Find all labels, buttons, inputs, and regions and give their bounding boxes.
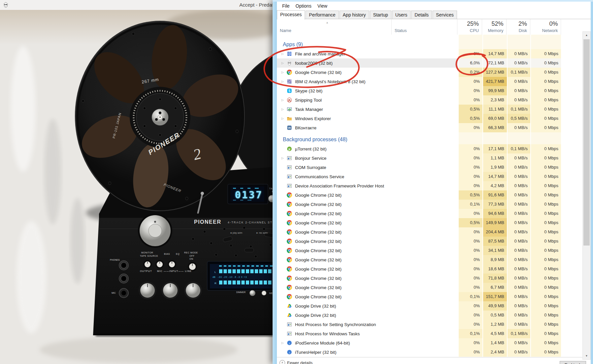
end-task-button[interactable]: End task (560, 361, 586, 364)
process-row-foobar2000-32-bit[interactable]: ▷foobar2000 (32 bit)6,0%72,1 MB0 MB/s0 M… (277, 58, 582, 68)
column-header-disk[interactable]: 2% Disk (507, 19, 530, 35)
drive-icon (287, 303, 293, 309)
process-row-skype-32-bit[interactable]: SSkype (32 bit)0%99,9 MB0 MB/s0 Mbps (277, 86, 582, 95)
cell-net: 0 Mbps (530, 144, 561, 153)
process-row-windows-explorer[interactable]: ▷Windows Explorer0,5%69,0 MB0,5 MB/s0 Mb… (277, 114, 582, 123)
cell-mem: 69,0 MB (482, 114, 507, 123)
process-row-file-and-archive-manager[interactable]: ▷File and archive manager0%14,7 MB0 MB/s… (277, 49, 582, 58)
scroll-down-icon[interactable]: ▼ (583, 352, 590, 359)
row-right-padding (561, 274, 582, 283)
expander-icon[interactable]: ▷ (277, 341, 287, 345)
row-right-padding (561, 338, 582, 347)
menu-item-options[interactable]: Options (293, 2, 314, 10)
chrome-icon (287, 229, 293, 235)
photo-viewer-titlebar[interactable]: Accept - Predato (0, 0, 279, 10)
cell-net: 0 Mbps (530, 86, 561, 95)
process-row-google-chrome-32-bit[interactable]: Google Chrome (32 bit)0%94,6 MB0 MB/s0 M… (277, 209, 582, 218)
process-row-task-manager[interactable]: ▷Task Manager0,5%11,1 MB0,1 MB/s0 Mbps (277, 105, 582, 114)
scroll-up-icon[interactable]: ▲ (583, 32, 590, 39)
process-row-ipodservice-module-64-bit[interactable]: ▷♪iPodService Module (64-bit)0%1,4 MB0 M… (277, 338, 582, 347)
svg-text:S: S (288, 89, 291, 93)
process-row-google-chrome-32-bit[interactable]: Google Chrome (32 bit)0%204,4 MB0 MB/s0 … (277, 227, 582, 237)
fewer-details-toggle[interactable]: ∧ Fewer details (280, 360, 313, 364)
expander-icon[interactable]: ▷ (277, 108, 287, 111)
task-manager-window: FileOptionsView ProcessesPerformanceApp … (273, 0, 593, 364)
expander-icon[interactable]: ▷ (277, 52, 287, 55)
process-row-com-surrogate[interactable]: COM Surrogate0%1,9 MB0 MB/s0 Mbps (277, 163, 582, 172)
expander-icon[interactable]: ▷ (277, 61, 287, 65)
input-line-label: MIC ——INPUT—— LINE (157, 270, 192, 273)
expander-icon[interactable]: ▷ (277, 71, 287, 74)
sort-arrow-icon: ▴ (326, 20, 328, 24)
process-row-google-chrome-32-bit[interactable]: Google Chrome (32 bit)0%6,7 MB0 MB/s0 Mb… (277, 283, 582, 292)
process-row-google-chrome-32-bit[interactable]: Google Chrome (32 bit)0,5%91,6 MB0 MB/s0… (277, 190, 582, 200)
row-right-padding (561, 255, 582, 264)
chevron-up-circle-icon: ∧ (280, 360, 285, 364)
menu-item-view[interactable]: View (314, 2, 330, 10)
scrollbar-thumb[interactable] (583, 39, 590, 246)
cell-status (392, 227, 458, 237)
group-header-background-processes-48[interactable]: Background processes (48) (277, 134, 582, 144)
process-row-google-chrome-32-bit[interactable]: Google Chrome (32 bit)0,1%77,3 MB0 MB/s0… (277, 200, 582, 209)
column-header-memory[interactable]: 52% Memory (482, 19, 507, 35)
process-row-communications-service[interactable]: Communications Service0%14,7 MB0 MB/s0 M… (277, 172, 582, 181)
menu-item-file[interactable]: File (279, 2, 293, 10)
process-row-ibm-i2-analyst-s-notebook-8-32-bit[interactable]: ▷IBM i2 Analyst's Notebook 8 (32 bit)0%4… (277, 77, 582, 86)
expander-icon[interactable]: ▷ (277, 98, 287, 102)
scrollbar[interactable]: ▲ ▼ (582, 31, 591, 360)
process-row-google-chrome-32-bit[interactable]: Google Chrome (32 bit)0%18,6 MB0 MB/s0 M… (277, 264, 582, 274)
process-row-google-chrome-32-bit[interactable]: Google Chrome (32 bit)0%34,1 MB0 MB/s0 M… (277, 246, 582, 255)
column-header-network[interactable]: 0% Network (530, 19, 561, 35)
process-row-google-chrome-32-bit[interactable]: Google Chrome (32 bit)0,1%151,7 MB0 MB/s… (277, 292, 582, 301)
chrome-icon (287, 70, 293, 75)
process-row-google-chrome-32-bit[interactable]: Google Chrome (32 bit)0,5%149,9 MB0 MB/s… (277, 218, 582, 227)
process-row-bonjour-service[interactable]: ▷Bonjour Service0%1,1 MB0 MB/s0 Mbps (277, 153, 582, 163)
tab-details[interactable]: Details (411, 11, 432, 19)
cell-net: 0 Mbps (530, 190, 561, 200)
tab-startup[interactable]: Startup (370, 11, 391, 19)
process-row-google-chrome-32-bit[interactable]: Google Chrome (32 bit)0%87,5 MB0 MB/s0 M… (277, 237, 582, 246)
tab-app-history[interactable]: App history (340, 11, 369, 19)
process-name: Snipping Tool (295, 98, 322, 103)
chrome-icon (287, 192, 293, 198)
process-row-google-drive-32-bit[interactable]: Google Drive (32 bit)0%49,9 MB0 MB/s0 Mb… (277, 301, 582, 311)
process-row-host-process-for-windows-tasks[interactable]: Host Process for Windows Tasks0,1%4,5 MB… (277, 329, 582, 338)
cell-status (392, 283, 458, 292)
expander-icon[interactable]: ▷ (277, 80, 287, 83)
process-name: Google Chrome (32 bit) (295, 267, 342, 272)
process-row-torrent-32-bit[interactable]: µµTorrent (32 bit)0%17,1 MB0,1 MB/s0 Mbp… (277, 144, 582, 153)
process-row-device-association-framework-provider-host[interactable]: Device Association Framework Provider Ho… (277, 181, 582, 190)
row-right-padding (561, 49, 582, 58)
group-header-apps-9[interactable]: Apps (9) (277, 39, 582, 49)
process-row-host-process-for-setting-synchronization[interactable]: Host Process for Setting Synchronization… (277, 320, 582, 329)
column-header-name[interactable]: ▴ Name (277, 19, 392, 35)
cell-disk: 0 MB/s (507, 246, 530, 255)
cell-cpu: 0,1% (458, 200, 482, 209)
column-header-cpu[interactable]: 25% CPU (457, 19, 482, 35)
process-row-google-drive-32-bit[interactable]: Google Drive (32 bit)0%0,5 MB0 MB/s0 Mbp… (277, 311, 582, 320)
chrome-icon (287, 257, 293, 262)
process-row-[interactable]: VKВКонтакте0%66,3 MB0 MB/s0 Mbps (277, 123, 582, 132)
tab-processes[interactable]: Processes (277, 10, 305, 19)
cell-net: 0 Mbps (530, 114, 561, 123)
process-row-google-chrome-32-bit[interactable]: Google Chrome (32 bit)0%71,8 MB0 MB/s0 M… (277, 274, 582, 283)
column-header-status[interactable]: Status (392, 19, 458, 35)
cell-disk: 0 MB/s (507, 86, 530, 95)
tab-services[interactable]: Services (433, 11, 457, 19)
expander-icon[interactable]: ▷ (277, 117, 287, 120)
cell-cpu: 0% (458, 264, 482, 274)
process-row-google-chrome-32-bit[interactable]: Google Chrome (32 bit)0%8,9 MB0 MB/s0 Mb… (277, 255, 582, 264)
process-name: Google Chrome (32 bit) (295, 211, 342, 216)
tab-performance[interactable]: Performance (306, 11, 339, 19)
cell-status (392, 153, 458, 163)
expander-icon[interactable]: ▷ (277, 156, 287, 160)
process-row-google-chrome-32-bit[interactable]: ▷Google Chrome (32 bit)0,2%127,2 MB0,1 M… (277, 68, 582, 77)
process-name: Bonjour Service (295, 156, 326, 161)
cell-cpu: 0,5% (458, 218, 482, 227)
cell-mem: 1,9 MB (482, 163, 507, 172)
process-row-snipping-tool[interactable]: ▷Snipping Tool0%2,3 MB0 MB/s0 Mbps (277, 95, 582, 105)
process-row-ituneshelper-32-bit[interactable]: ♪iTunesHelper (32 bit)0%2,4 MB0 MB/s0 Mb… (277, 347, 582, 357)
tab-users[interactable]: Users (392, 11, 411, 19)
cell-status (392, 190, 458, 200)
row-right-padding (561, 144, 582, 153)
